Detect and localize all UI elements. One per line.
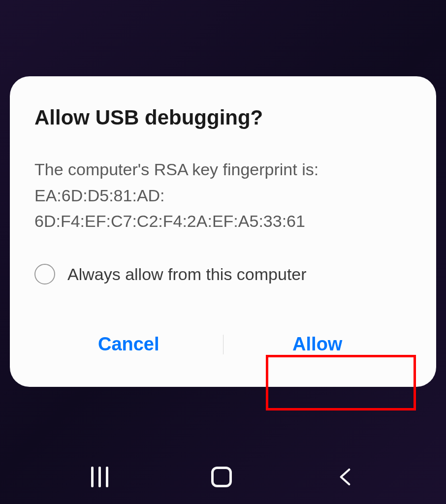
back-icon bbox=[335, 467, 355, 487]
home-button[interactable] bbox=[211, 467, 232, 487]
allow-button[interactable]: Allow bbox=[223, 321, 412, 367]
usb-debugging-dialog: Allow USB debugging? The computer's RSA … bbox=[10, 76, 436, 387]
cancel-button[interactable]: Cancel bbox=[34, 321, 223, 367]
recents-icon bbox=[91, 467, 108, 487]
back-button[interactable] bbox=[335, 467, 355, 487]
checkbox-label: Always allow from this computer bbox=[67, 265, 307, 284]
checkbox-circle-icon[interactable] bbox=[34, 264, 55, 284]
dialog-button-row: Cancel Allow bbox=[34, 321, 412, 367]
dialog-message: The computer's RSA key fingerprint is:EA… bbox=[34, 157, 412, 234]
navigation-bar bbox=[0, 460, 446, 494]
always-allow-checkbox-row[interactable]: Always allow from this computer bbox=[34, 264, 412, 284]
home-icon bbox=[211, 467, 232, 487]
recents-button[interactable] bbox=[91, 467, 108, 487]
dialog-title: Allow USB debugging? bbox=[34, 106, 412, 129]
